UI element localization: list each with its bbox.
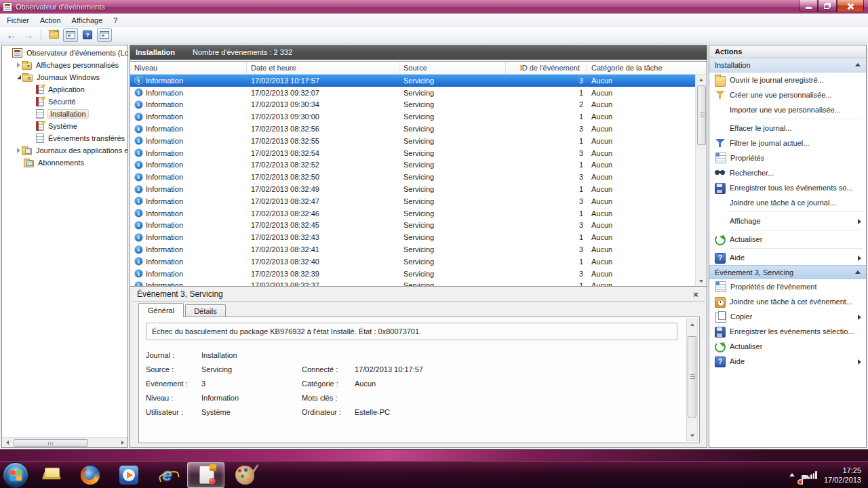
action-item[interactable]: Joindre une tâche à cet événement...: [709, 294, 866, 309]
action-item[interactable]: Aide: [709, 250, 866, 265]
start-button[interactable]: [3, 462, 28, 488]
taskbar-clock[interactable]: 17:25 17/02/2013: [824, 466, 861, 485]
close-button[interactable]: [837, 0, 864, 12]
scrollbar-thumb[interactable]: [697, 85, 706, 145]
column-header[interactable]: Date et heure: [247, 62, 399, 74]
scrollbar-thumb[interactable]: [688, 336, 696, 418]
tree-item[interactable]: Système: [2, 120, 127, 132]
action-item[interactable]: Joindre une tâche à ce journal...: [709, 195, 866, 210]
event-row[interactable]: Information17/02/2013 08:32:47Servicing3…: [130, 195, 707, 207]
minimize-button[interactable]: [799, 0, 818, 12]
actions-section-header[interactable]: Installation: [709, 58, 866, 73]
action-item-label: Rechercher...: [730, 169, 774, 177]
tree-expander-icon[interactable]: [17, 62, 20, 68]
list-vertical-scrollbar[interactable]: [695, 75, 707, 286]
taskbar-event-viewer-button[interactable]: [187, 462, 224, 488]
event-row[interactable]: Information17/02/2013 08:32:37Servicing1…: [130, 280, 707, 286]
action-item[interactable]: Propriétés: [709, 150, 866, 165]
event-row[interactable]: Information17/02/2013 08:32:54Servicing3…: [130, 147, 707, 159]
action-item[interactable]: Filtrer le journal actuel...: [709, 136, 866, 150]
action-item[interactable]: Enregistrer tous les événements so...: [709, 180, 866, 195]
event-row[interactable]: Information17/02/2013 08:32:45Servicing3…: [130, 220, 707, 232]
scroll-up-icon[interactable]: [696, 75, 707, 85]
taskbar-explorer-button[interactable]: [33, 462, 70, 488]
collapse-icon[interactable]: [855, 270, 861, 274]
titlebar[interactable]: Observateur d'événements: [0, 0, 868, 14]
tab-details[interactable]: Détails: [185, 304, 226, 317]
help-button[interactable]: [80, 28, 95, 42]
tree-expander-icon[interactable]: [17, 148, 20, 153]
export-log-button[interactable]: [46, 28, 61, 42]
action-item[interactable]: Aide: [709, 354, 866, 369]
event-row[interactable]: Information17/02/2013 08:32:43Servicing1…: [130, 231, 707, 243]
event-row[interactable]: Information17/02/2013 08:32:39Servicing3…: [130, 268, 707, 280]
scroll-right-icon[interactable]: [117, 438, 127, 448]
action-item[interactable]: Rechercher...: [709, 165, 866, 180]
event-row[interactable]: Information17/02/2013 08:32:52Servicing1…: [130, 159, 707, 171]
tree-item[interactable]: Journaux Windows: [2, 71, 127, 83]
tree-item[interactable]: Abonnements: [2, 157, 127, 169]
menu-item-0[interactable]: Fichier: [1, 15, 35, 26]
action-item[interactable]: Actualiser: [709, 339, 866, 354]
action-item[interactable]: Propriétés de l'événement: [709, 279, 866, 294]
menu-item-2[interactable]: Affichage: [66, 15, 108, 26]
tree-item[interactable]: Sécurité: [2, 96, 127, 108]
tree-item[interactable]: Observateur d'événements (Loc: [2, 47, 127, 59]
action-item[interactable]: Actualiser: [709, 232, 866, 247]
tree-item[interactable]: Événements transférés: [2, 132, 127, 144]
event-row[interactable]: Information17/02/2013 08:32:41Servicing3…: [130, 243, 707, 256]
action-item[interactable]: Créer une vue personnalisée...: [709, 87, 866, 102]
action-pane-button[interactable]: [97, 28, 112, 42]
forward-button[interactable]: →: [21, 28, 36, 42]
restore-button[interactable]: [818, 0, 837, 12]
network-icon[interactable]: [808, 471, 817, 479]
information-icon: [134, 257, 143, 266]
actions-section-header[interactable]: Événement 3, Servicing: [709, 265, 866, 279]
level-cell: Information: [130, 100, 247, 109]
action-item[interactable]: Effacer le journal...: [709, 121, 866, 136]
tree-item[interactable]: Installation: [2, 108, 127, 120]
scroll-left-icon[interactable]: [2, 438, 12, 448]
event-row[interactable]: Information17/02/2013 09:30:00Servicing1…: [130, 110, 707, 123]
event-row[interactable]: Information17/02/2013 08:32:40Servicing1…: [130, 256, 707, 268]
event-row[interactable]: Information17/02/2013 09:30:34Servicing2…: [130, 99, 707, 111]
tree-horizontal-scrollbar[interactable]: [2, 437, 127, 447]
column-header[interactable]: Niveau: [130, 62, 247, 74]
back-button[interactable]: ←: [4, 28, 19, 42]
column-header[interactable]: Catégorie de la tâche: [587, 62, 707, 74]
taskbar-internet-explorer-button[interactable]: [149, 462, 186, 488]
hidden-icons-icon[interactable]: [789, 473, 795, 476]
scroll-down-icon[interactable]: [686, 430, 698, 441]
preview-close-icon[interactable]: ×: [690, 289, 701, 300]
event-row[interactable]: Information17/02/2013 08:32:46Servicing1…: [130, 207, 707, 220]
event-row[interactable]: Information17/02/2013 08:32:55Servicing1…: [130, 135, 707, 147]
action-item[interactable]: Importer une vue personnalisée...: [709, 102, 866, 117]
scroll-down-icon[interactable]: [696, 276, 707, 286]
event-row[interactable]: Information17/02/2013 10:17:57Servicing3…: [130, 75, 707, 87]
tab-general[interactable]: Général: [138, 303, 184, 317]
column-header[interactable]: Source: [399, 62, 506, 74]
column-header[interactable]: ID de l'événement: [506, 62, 587, 74]
menu-item-1[interactable]: Action: [35, 15, 66, 26]
action-item[interactable]: Copier: [709, 309, 866, 324]
action-item[interactable]: Ouvrir le journal enregistré...: [709, 73, 866, 87]
event-row[interactable]: Information17/02/2013 08:32:49Servicing1…: [130, 183, 707, 195]
collapse-icon[interactable]: [855, 63, 861, 66]
scroll-up-icon[interactable]: [686, 319, 698, 329]
taskbar-media-player-button[interactable]: [110, 462, 147, 488]
scrollbar-thumb[interactable]: [14, 439, 88, 447]
taskbar-paint-button[interactable]: [226, 462, 263, 488]
taskbar-firefox-button[interactable]: [71, 462, 108, 488]
event-row[interactable]: Information17/02/2013 08:32:50Servicing3…: [130, 171, 707, 183]
tree-expander-icon[interactable]: [17, 75, 21, 79]
tree-item[interactable]: Application: [2, 83, 127, 96]
menu-item-3[interactable]: ?: [108, 15, 123, 26]
console-tree-button[interactable]: [63, 28, 78, 42]
action-item[interactable]: Affichage: [709, 214, 866, 228]
event-row[interactable]: Information17/02/2013 09:32:07Servicing1…: [130, 87, 707, 99]
preview-vertical-scrollbar[interactable]: [686, 319, 698, 441]
action-item[interactable]: Enregistrer les événements sélectio...: [709, 324, 866, 339]
event-row[interactable]: Information17/02/2013 08:32:56Servicing3…: [130, 123, 707, 135]
tree-item[interactable]: Journaux des applications et: [2, 144, 127, 157]
tree-item[interactable]: Affichages personnalisés: [2, 59, 127, 71]
